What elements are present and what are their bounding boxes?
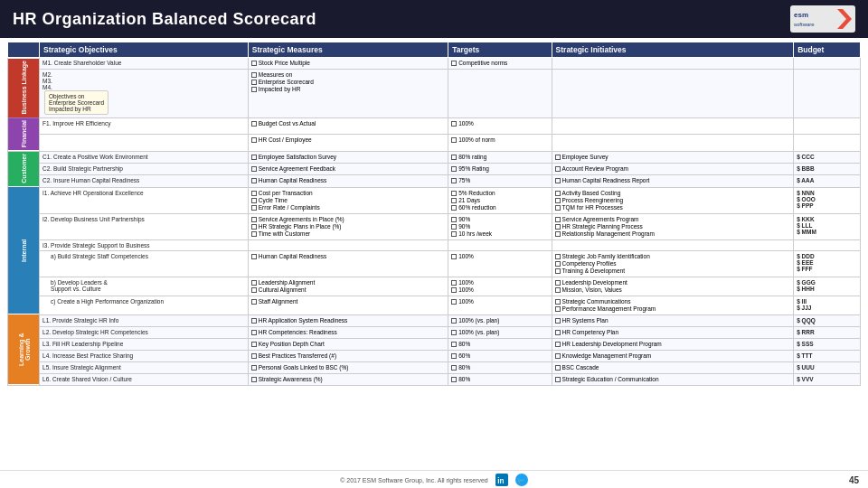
initiatives-cell: Knowledge Management Program (552, 350, 794, 361)
svg-text:🐦: 🐦 (517, 477, 524, 484)
objective-cell: L4. Increase Best Practice Sharing (40, 350, 249, 361)
measures-cell: Strategic Awareness (%) (248, 373, 448, 385)
initiatives-cell: Leadership DevelopmentMission, Vision, V… (552, 277, 794, 296)
table-row: L4. Increase Best Practice SharingBest P… (8, 350, 861, 361)
targets-cell: 90%90%10 hrs /week (448, 213, 552, 239)
objective-cell (40, 135, 249, 152)
table-row: L3. Fill HR Leadership PipelineKey Posit… (8, 338, 861, 350)
targets-cell: 80% (448, 361, 552, 373)
measures-cell: Budget Cost vs Actual (248, 117, 448, 135)
budget-cell: $ GGG $ HHH (794, 277, 861, 296)
measures-cell: HR Competencies: Readiness (248, 326, 448, 338)
targets-cell: 100% (vs. plan) (448, 314, 552, 326)
budget-cell: $ CCC (794, 151, 861, 163)
scorecard-wrapper: Strategic Objectives Strategic Measures … (0, 38, 868, 470)
targets-cell: 80% (448, 338, 552, 350)
targets-cell: 75% (448, 175, 552, 187)
measures-cell: Staff Alignment (248, 296, 448, 314)
budget-cell: $ BBB (794, 164, 861, 175)
table-row: HR Cost / Employee100% of norm (8, 135, 861, 152)
col-header-section (8, 42, 40, 58)
objective-cell: L3. Fill HR Leadership Pipeline (40, 338, 249, 350)
objective-cell: L1. Provide Strategic HR Info (40, 314, 249, 326)
measures-cell: Key Position Depth Chart (248, 338, 448, 350)
budget-cell: $ DDD $ EEE $ FFF (794, 250, 861, 277)
measures-cell: Best Practices Transferred (#) (248, 350, 448, 361)
objective-cell: M1. Create Shareholder Value (40, 58, 249, 70)
col-header-targets: Targets (448, 42, 552, 58)
col-header-initiatives: Strategic Initiatives (552, 42, 794, 58)
table-row: I3. Provide Strategic Support to Busines… (8, 239, 861, 250)
svg-rect-0 (790, 5, 855, 33)
budget-cell (794, 239, 861, 250)
initiatives-cell: Employee Survey (552, 151, 794, 163)
targets-cell: 80% (448, 373, 552, 385)
initiatives-cell: Human Capital Readiness Report (552, 175, 794, 187)
measures-cell: Cost per TransactionCycle TimeError Rate… (248, 187, 448, 213)
objective-cell: C2. Insure Human Capital Readiness (40, 175, 249, 187)
page-number: 45 (849, 475, 859, 485)
col-header-objectives: Strategic Objectives (40, 42, 249, 58)
measures-cell: Service Agreement Feedback (248, 164, 448, 175)
budget-cell: $ QQQ (794, 314, 861, 326)
objective-cell: c) Create a High Performance Organizatio… (40, 296, 249, 314)
initiatives-cell (552, 135, 794, 152)
table-row: a) Build Strategic Staff CompetenciesHum… (8, 250, 861, 277)
objective-cell: L5. Insure Strategic Alignment (40, 361, 249, 373)
col-header-measures: Strategic Measures (248, 42, 448, 58)
measures-cell: Human Capital Readiness (248, 175, 448, 187)
targets-cell: 5% Reduction21 Days60% reduction (448, 187, 552, 213)
targets-cell: 100% (448, 250, 552, 277)
table-row: M2.M3.M4. Objectives onEnterprise Scorec… (8, 70, 861, 117)
footer: © 2017 ESM Software Group, Inc. All righ… (0, 470, 868, 488)
initiatives-cell: Strategic CommunicationsPerformance Mana… (552, 296, 794, 314)
budget-cell: $ KKK $ LLL $ MMM (794, 213, 861, 239)
budget-cell (794, 135, 861, 152)
initiatives-cell (552, 58, 794, 70)
table-row: L2. Develop Strategic HR CompetenciesHR … (8, 326, 861, 338)
budget-cell: $ UUU (794, 361, 861, 373)
objective-cell: I3. Provide Strategic Support to Busines… (40, 239, 249, 250)
section-header-internal: Internal (8, 187, 40, 314)
objective-cell: C2. Build Strategic Partnership (40, 164, 249, 175)
measures-cell: Leadership AlignmentCultural Alignment (248, 277, 448, 296)
targets-cell: 100% of norm (448, 135, 552, 152)
section-header-business: Business Linkage (8, 58, 40, 118)
initiatives-cell: HR Leadership Development Program (552, 338, 794, 350)
initiatives-cell (552, 117, 794, 135)
objective-cell: C1. Create a Positive Work Environment (40, 151, 249, 163)
section-header-learning: Learning & Growth (8, 314, 40, 385)
scorecard-table: Strategic Objectives Strategic Measures … (7, 42, 861, 386)
table-row: b) Develop Leaders & Support vs. Culture… (8, 277, 861, 296)
table-row: InternalI1. Achieve HR Operational Excel… (8, 187, 861, 213)
table-row: L5. Insure Strategic AlignmentPersonal G… (8, 361, 861, 373)
objective-cell: I1. Achieve HR Operational Excellence (40, 187, 249, 213)
budget-cell (794, 117, 861, 135)
objective-cell: b) Develop Leaders & Support vs. Culture (40, 277, 249, 296)
page: HR Organization Balanced Scorecard esm s… (0, 0, 868, 488)
budget-cell: $ NNN $ OOO $ PPP (794, 187, 861, 213)
svg-text:software: software (794, 22, 815, 27)
section-header-customer: Customer (8, 151, 40, 187)
table-row: Learning & GrowthL1. Provide Strategic H… (8, 314, 861, 326)
measures-cell (248, 239, 448, 250)
linkedin-icon: in (495, 474, 508, 486)
measures-cell: Service Agreements in Place (%)HR Strate… (248, 213, 448, 239)
budget-cell (794, 58, 861, 70)
budget-cell: $ SSS (794, 338, 861, 350)
section-header-financial: Financial (8, 117, 40, 151)
initiatives-cell: HR Systems Plan (552, 314, 794, 326)
budget-cell: $ III $ JJJ (794, 296, 861, 314)
budget-cell: $ TTT (794, 350, 861, 361)
targets-cell (448, 70, 552, 117)
measures-cell: HR Cost / Employee (248, 135, 448, 152)
table-row: I2. Develop Business Unit PartnershipsSe… (8, 213, 861, 239)
table-row: C2. Build Strategic PartnershipService A… (8, 164, 861, 175)
budget-cell: $ AAA (794, 175, 861, 187)
initiatives-cell: Service Agreements ProgramHR Strategic P… (552, 213, 794, 239)
targets-cell: 100% (vs. plan) (448, 326, 552, 338)
measures-cell: Measures onEnterprise ScorecardImpacted … (248, 70, 448, 117)
budget-cell: $ VVV (794, 373, 861, 385)
measures-cell: HR Application System Readiness (248, 314, 448, 326)
budget-cell (794, 70, 861, 117)
